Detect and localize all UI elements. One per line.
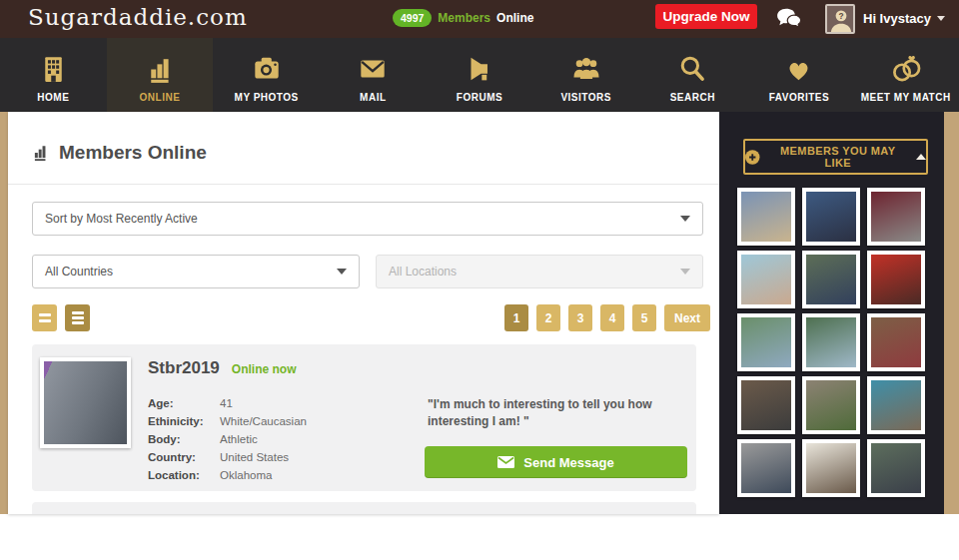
nav-item-mail[interactable]: MAIL bbox=[320, 38, 427, 112]
page-header: Members Online bbox=[31, 142, 207, 164]
sort-select-value: Sort by Most Recently Active bbox=[45, 212, 198, 226]
nav-item-meet-my-match[interactable]: MEET MY MATCH bbox=[852, 38, 959, 112]
suggested-member-photo[interactable] bbox=[802, 439, 860, 497]
pagination-page-1[interactable]: 1 bbox=[504, 304, 528, 331]
members-online-counter: 4997 Members Online bbox=[393, 9, 533, 27]
suggested-member-photo[interactable] bbox=[867, 439, 925, 497]
chevron-down-icon bbox=[937, 16, 945, 21]
nav-item-home[interactable]: HOME bbox=[0, 38, 107, 112]
divider bbox=[8, 184, 719, 185]
detail-row: Body:Athletic bbox=[148, 430, 307, 448]
suggested-member-photo[interactable] bbox=[737, 188, 795, 246]
people-icon bbox=[569, 48, 603, 90]
suggested-member-photo[interactable] bbox=[867, 313, 925, 371]
location-select: All Locations bbox=[376, 255, 703, 288]
member-username[interactable]: Stbr2019 bbox=[148, 358, 220, 378]
nav-item-online[interactable]: ONLINE bbox=[107, 38, 214, 112]
camera-icon bbox=[250, 48, 284, 90]
members-label: Members bbox=[438, 11, 490, 25]
nav-item-label: FORUMS bbox=[457, 92, 502, 103]
detail-value: White/Caucasian bbox=[220, 415, 307, 427]
nav-item-label: FAVORITES bbox=[769, 92, 829, 103]
detail-value: Oklahoma bbox=[220, 469, 272, 481]
rings-icon bbox=[888, 48, 924, 90]
suggested-members-grid bbox=[737, 188, 927, 497]
nav-item-favorites[interactable]: FAVORITES bbox=[746, 38, 853, 112]
member-photo[interactable] bbox=[40, 357, 131, 448]
pagination-page-5[interactable]: 5 bbox=[632, 304, 656, 331]
page: Sugardaddie.com 4997 Members Online Upgr… bbox=[0, 0, 959, 560]
country-select[interactable]: All Countries bbox=[32, 255, 360, 288]
nav-item-visitors[interactable]: VISITORS bbox=[532, 38, 639, 112]
nav-item-label: SEARCH bbox=[670, 92, 715, 103]
suggested-member-photo[interactable] bbox=[737, 251, 795, 308]
nav-item-label: ONLINE bbox=[140, 92, 181, 103]
chevron-down-icon bbox=[680, 216, 690, 222]
detail-label: Age: bbox=[148, 397, 220, 409]
country-select-value: All Countries bbox=[45, 265, 113, 279]
detail-row: Ethinicity:White/Caucasian bbox=[148, 412, 307, 430]
suggested-member-photo[interactable] bbox=[867, 376, 925, 434]
location-select-value: All Locations bbox=[389, 265, 457, 279]
circle-plus-icon bbox=[745, 150, 760, 165]
search-icon bbox=[675, 48, 709, 90]
nav-item-forums[interactable]: FORUMS bbox=[427, 38, 533, 112]
list-view-button[interactable] bbox=[32, 304, 57, 331]
send-message-label: Send Message bbox=[523, 455, 613, 470]
suggested-member-photo[interactable] bbox=[867, 188, 925, 246]
members-you-may-like-button[interactable]: MEMBERS YOU MAY LIKE bbox=[743, 139, 928, 175]
nav-item-my-photos[interactable]: MY PHOTOS bbox=[213, 38, 320, 112]
user-avatar[interactable]: ? bbox=[825, 4, 855, 34]
building-icon bbox=[37, 48, 70, 90]
compact-view-button[interactable] bbox=[65, 304, 90, 331]
pagination-page-4[interactable]: 4 bbox=[600, 304, 624, 331]
detail-label: Location: bbox=[148, 469, 220, 481]
pagination-page-2[interactable]: 2 bbox=[536, 304, 560, 331]
envelope-icon bbox=[497, 456, 514, 468]
suggested-member-photo[interactable] bbox=[867, 251, 925, 308]
online-now-badge: Online now bbox=[232, 362, 297, 376]
main-navigation: HOMEONLINEMY PHOTOSMAILFORUMSVISITORSSEA… bbox=[0, 38, 959, 112]
user-greeting[interactable]: Hi Ivystacy bbox=[863, 11, 945, 26]
bar-chart-icon bbox=[31, 144, 50, 162]
pagination-next-button[interactable]: Next bbox=[664, 304, 710, 331]
megaphone-icon bbox=[463, 48, 496, 90]
chevron-down-icon bbox=[337, 269, 347, 275]
sort-select[interactable]: Sort by Most Recently Active bbox=[32, 202, 703, 236]
left-background-strip bbox=[0, 112, 8, 514]
online-label: Online bbox=[496, 11, 533, 25]
nav-item-label: MAIL bbox=[360, 92, 386, 103]
next-member-card-partial bbox=[32, 502, 696, 514]
right-background-strip bbox=[944, 112, 959, 514]
upgrade-now-button[interactable]: Upgrade Now bbox=[655, 4, 757, 29]
top-header-bar: Sugardaddie.com 4997 Members Online Upgr… bbox=[0, 0, 959, 38]
site-logo[interactable]: Sugardaddie.com bbox=[28, 4, 248, 30]
members-you-may-like-sidebar: MEMBERS YOU MAY LIKE bbox=[719, 112, 944, 514]
suggested-member-photo[interactable] bbox=[802, 188, 860, 246]
member-quote: "I'm much to interesting to tell you how… bbox=[428, 396, 685, 430]
nav-item-search[interactable]: SEARCH bbox=[639, 38, 746, 112]
suggested-member-photo[interactable] bbox=[802, 376, 860, 434]
greeting-text: Hi Ivystacy bbox=[863, 11, 931, 26]
svg-text:?: ? bbox=[838, 11, 843, 21]
online-count-badge: 4997 bbox=[393, 9, 432, 27]
envelope-icon bbox=[356, 48, 390, 90]
list-view-icon bbox=[39, 313, 51, 317]
detail-row: Country:United States bbox=[148, 448, 307, 466]
suggested-member-photo[interactable] bbox=[737, 439, 795, 497]
suggested-member-photo[interactable] bbox=[802, 313, 860, 371]
nav-item-label: VISITORS bbox=[560, 92, 611, 103]
send-message-button[interactable]: Send Message bbox=[425, 446, 687, 478]
suggested-member-photo[interactable] bbox=[737, 313, 795, 371]
chevron-down-icon bbox=[680, 269, 690, 275]
view-toggle-group bbox=[32, 304, 90, 331]
member-name-row: Stbr2019 Online now bbox=[148, 358, 297, 378]
suggested-member-photo[interactable] bbox=[802, 251, 860, 308]
pagination-page-3[interactable]: 3 bbox=[568, 304, 592, 331]
suggested-member-photo[interactable] bbox=[737, 376, 795, 434]
detail-row: Location:Oklahoma bbox=[148, 466, 307, 484]
pagination: 12345Next bbox=[504, 304, 710, 331]
chat-bubbles-icon[interactable] bbox=[775, 7, 802, 34]
member-card: Stbr2019 Online now Age:41Ethinicity:Whi… bbox=[32, 344, 696, 491]
detail-row: Age:41 bbox=[148, 394, 307, 412]
